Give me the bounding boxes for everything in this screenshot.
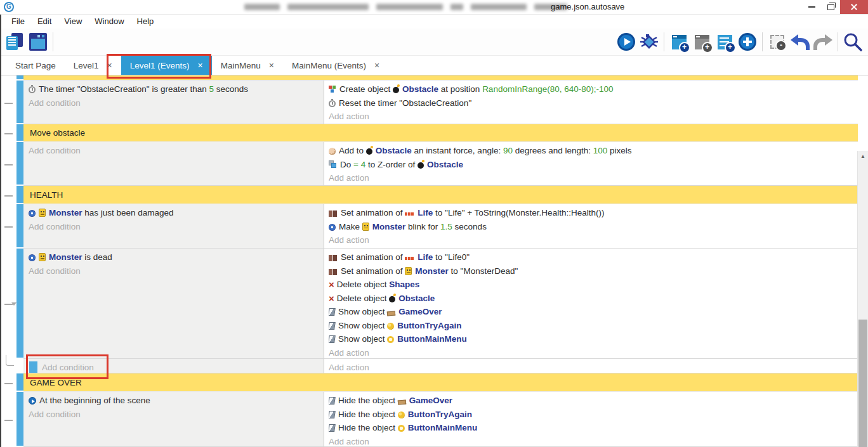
add-action-label: Add action bbox=[329, 363, 369, 372]
undo-button[interactable] bbox=[789, 30, 812, 54]
add-action-button[interactable]: Add action bbox=[329, 110, 858, 124]
tab-mainmenu[interactable]: MainMenu× bbox=[212, 56, 283, 75]
tab-level1-events-[interactable]: Level1 (Events)× bbox=[121, 56, 212, 75]
add-condition-button[interactable]: Add condition bbox=[29, 144, 324, 158]
comment-text[interactable]: Move obstacle bbox=[23, 124, 858, 142]
comment-label: GAME OVER bbox=[30, 378, 82, 387]
toolbar-divider bbox=[53, 32, 53, 51]
text-segment: seconds bbox=[214, 84, 248, 94]
add-comment-button[interactable] bbox=[713, 30, 736, 54]
add-condition-button[interactable]: Add condition bbox=[29, 96, 324, 110]
action-text[interactable]: Hide the object ButtonTryAgain bbox=[329, 408, 858, 422]
tab-label: MainMenu bbox=[221, 61, 261, 70]
preview-button[interactable] bbox=[615, 30, 638, 54]
object-name: ButtonTryAgain bbox=[408, 410, 472, 419]
action-text[interactable]: Reset the timer "ObstacleCreation" bbox=[329, 96, 858, 110]
action-text[interactable]: Set animation of Monster to "MonsterDead… bbox=[329, 264, 858, 278]
condition-text[interactable]: Monster has just been damaged bbox=[29, 206, 324, 220]
comment-row: GAME OVER bbox=[16, 373, 858, 392]
action-text[interactable]: Hide the object GameOver bbox=[329, 394, 858, 408]
menu-item-file[interactable]: File bbox=[5, 15, 31, 29]
event-row: At the beginning of the sceneAdd conditi… bbox=[16, 392, 858, 447]
action-text[interactable]: Delete object Shapes bbox=[329, 278, 858, 292]
add-event-button[interactable] bbox=[667, 30, 690, 54]
tab-close-icon[interactable]: × bbox=[198, 60, 203, 70]
add-condition-button[interactable]: Add condition bbox=[29, 361, 324, 373]
menu-item-help[interactable]: Help bbox=[131, 15, 161, 29]
add-subevent-button[interactable] bbox=[690, 30, 713, 54]
action-text[interactable]: Do = 4 to Z-order of Obstacle bbox=[329, 158, 858, 172]
redacted-title-path bbox=[244, 3, 567, 11]
action-text[interactable]: Set animation of Life to "Life0" bbox=[329, 250, 858, 264]
scroll-up-arrow[interactable]: ▲ bbox=[858, 151, 868, 161]
monster-icon bbox=[362, 223, 369, 231]
condition-text[interactable]: The timer "ObstacleCreation" is greater … bbox=[29, 82, 324, 96]
comment-text[interactable]: HEALTH bbox=[23, 186, 858, 204]
anim-icon bbox=[329, 211, 338, 217]
menu-item-edit[interactable]: Edit bbox=[31, 15, 58, 29]
redo-button[interactable] bbox=[812, 30, 834, 54]
add-action-button[interactable]: Add action bbox=[329, 435, 858, 447]
tab-close-icon[interactable]: × bbox=[107, 60, 112, 70]
add-action-button[interactable]: Add action bbox=[329, 361, 858, 373]
visibility-icon bbox=[329, 322, 336, 330]
add-condition-button[interactable]: Add condition bbox=[29, 220, 324, 234]
object-name: Obstacle bbox=[427, 160, 463, 169]
action-text[interactable]: Show object ButtonMainMenu bbox=[329, 332, 858, 346]
tab-close-icon[interactable]: × bbox=[374, 60, 379, 70]
add-action-button[interactable]: Add action bbox=[329, 346, 858, 360]
add-condition-button[interactable]: Add condition bbox=[29, 408, 324, 422]
action-text[interactable]: Hide the object ButtonMainMenu bbox=[329, 421, 858, 435]
text-segment: Delete object bbox=[337, 294, 390, 303]
event-highlight-bar bbox=[16, 204, 23, 249]
action-text[interactable]: Make Monster blink for 1.5 seconds bbox=[329, 220, 858, 234]
menu-item-view[interactable]: View bbox=[58, 15, 88, 29]
tab-close-icon[interactable]: × bbox=[269, 60, 274, 70]
tab-mainmenu-events-[interactable]: MainMenu (Events)× bbox=[283, 56, 388, 75]
object-name: Shapes bbox=[389, 280, 419, 289]
debug-button[interactable] bbox=[638, 30, 661, 54]
action-text[interactable]: Set animation of Life to "Life" + ToStri… bbox=[329, 206, 858, 220]
add-action-label: Add action bbox=[329, 173, 369, 183]
conditions-cell: Add condition bbox=[23, 359, 324, 373]
button-tryagain-icon bbox=[398, 411, 405, 418]
add-action-button[interactable]: Add action bbox=[329, 233, 858, 247]
action-text[interactable]: Create object Obstacle at position Rando… bbox=[329, 82, 858, 96]
action-text[interactable]: Show object ButtonTryAgain bbox=[329, 319, 858, 333]
event-highlight-bar bbox=[16, 124, 23, 142]
text-segment: has just been damaged bbox=[82, 208, 174, 217]
vertical-scrollbar[interactable]: ▲ ▼ bbox=[857, 151, 868, 447]
tab-label: Level1 (Events) bbox=[130, 61, 190, 70]
gdevelop-logo-icon: G bbox=[4, 2, 14, 12]
tab-start-page[interactable]: Start Page bbox=[6, 56, 65, 75]
action-text[interactable]: Delete object Obstacle bbox=[329, 292, 858, 306]
condition-text[interactable]: Monster is dead bbox=[29, 250, 324, 264]
project-manager-button[interactable] bbox=[4, 30, 27, 54]
add-new-button[interactable] bbox=[736, 30, 759, 54]
add-action-button[interactable]: Add action bbox=[329, 171, 858, 185]
tab-level1[interactable]: Level1× bbox=[65, 56, 121, 75]
close-button[interactable] bbox=[840, 0, 868, 14]
text-segment: Show object bbox=[338, 307, 387, 316]
action-text[interactable]: Show object GameOver bbox=[329, 305, 858, 319]
add-comment-icon bbox=[718, 35, 732, 49]
delete-selection-button[interactable] bbox=[766, 30, 789, 54]
scene-begin-icon bbox=[29, 397, 36, 405]
search-button[interactable] bbox=[841, 30, 864, 54]
action-text[interactable]: Add to Obstacle an instant force, angle:… bbox=[329, 144, 858, 158]
zorder-icon bbox=[329, 160, 337, 169]
scene-editor-button[interactable] bbox=[27, 30, 49, 54]
restore-button[interactable] bbox=[821, 0, 840, 14]
comment-text[interactable]: GAME OVER bbox=[23, 373, 858, 392]
tab-label: Start Page bbox=[15, 61, 56, 70]
tab-label: MainMenu (Events) bbox=[292, 61, 366, 70]
scrollbar-thumb[interactable] bbox=[858, 320, 867, 447]
menu-item-window[interactable]: Window bbox=[88, 15, 130, 29]
condition-text[interactable]: At the beginning of the scene bbox=[29, 394, 324, 408]
delete-icon bbox=[329, 295, 334, 302]
object-name: ButtonMainMenu bbox=[408, 423, 477, 432]
object-name: Obstacle bbox=[398, 294, 435, 303]
minimize-button[interactable] bbox=[802, 0, 821, 14]
add-condition-button[interactable]: Add condition bbox=[29, 264, 324, 278]
text-segment: 100 bbox=[593, 146, 608, 155]
